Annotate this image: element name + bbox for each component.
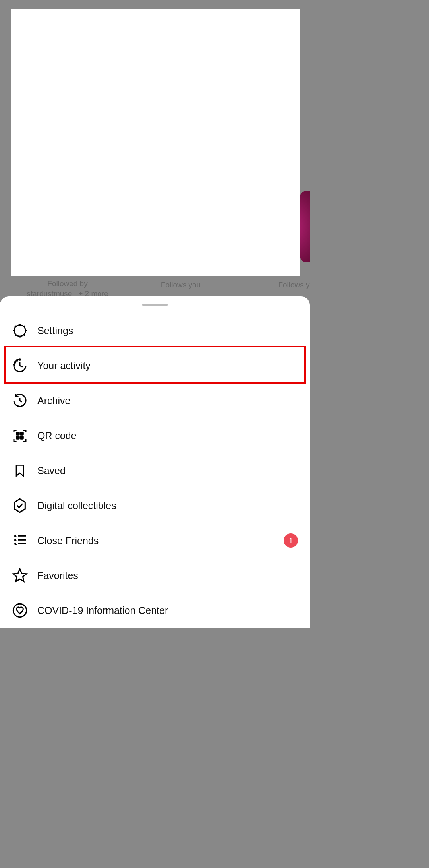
menu-item-covid-info[interactable]: COVID-19 Information Center — [0, 593, 310, 628]
menu-item-digital-collectibles[interactable]: Digital collectibles — [0, 488, 310, 523]
settings-icon — [12, 323, 28, 339]
hexagon-check-icon — [12, 498, 28, 513]
sheet-grabber[interactable] — [142, 304, 168, 306]
menu-label: Digital collectibles — [37, 500, 116, 511]
menu-label: Settings — [37, 325, 73, 337]
qr-icon — [12, 428, 28, 444]
svg-point-3 — [15, 362, 16, 363]
menu-label: Your activity — [37, 360, 91, 372]
menu-item-saved[interactable]: Saved — [0, 453, 310, 488]
menu-item-your-activity[interactable]: Your activity — [0, 348, 310, 383]
svg-point-4 — [14, 364, 15, 365]
svg-point-1 — [19, 359, 21, 360]
menu-item-close-friends[interactable]: Close Friends 1 — [0, 523, 310, 558]
menu-label: Archive — [37, 395, 70, 407]
archive-icon — [12, 393, 28, 409]
follows-you-text-1: Follows you — [139, 281, 222, 289]
svg-rect-8 — [21, 436, 23, 439]
bookmark-icon — [12, 463, 28, 479]
menu-label: Close Friends — [37, 535, 99, 546]
menu-label: COVID-19 Information Center — [37, 605, 168, 616]
follows-you-text-2: Follows y — [258, 281, 310, 289]
menu-label: Saved — [37, 465, 66, 477]
menu-item-archive[interactable]: Archive — [0, 383, 310, 418]
svg-point-12 — [13, 604, 26, 617]
menu-list: Settings Your activity — [0, 313, 310, 628]
svg-rect-6 — [21, 432, 23, 435]
followed-by-text: Followed by stardustmuse_ + 2 more — [22, 279, 113, 298]
menu-item-qr-code[interactable]: QR code — [0, 418, 310, 453]
menu-label: QR code — [37, 430, 77, 442]
menu-bottom-sheet: Settings Your activity — [0, 296, 310, 628]
activity-icon — [12, 358, 28, 374]
svg-point-2 — [17, 360, 18, 361]
menu-item-favorites[interactable]: Favorites — [0, 558, 310, 593]
star-icon — [12, 568, 28, 583]
svg-rect-5 — [17, 432, 19, 435]
white-overlay — [11, 9, 300, 276]
svg-point-0 — [14, 325, 26, 337]
notification-badge: 1 — [284, 533, 298, 548]
star-list-icon — [12, 533, 28, 548]
menu-item-settings[interactable]: Settings — [0, 313, 310, 348]
svg-rect-7 — [17, 436, 19, 439]
menu-label: Favorites — [37, 570, 78, 581]
heart-circle-icon — [12, 603, 28, 618]
